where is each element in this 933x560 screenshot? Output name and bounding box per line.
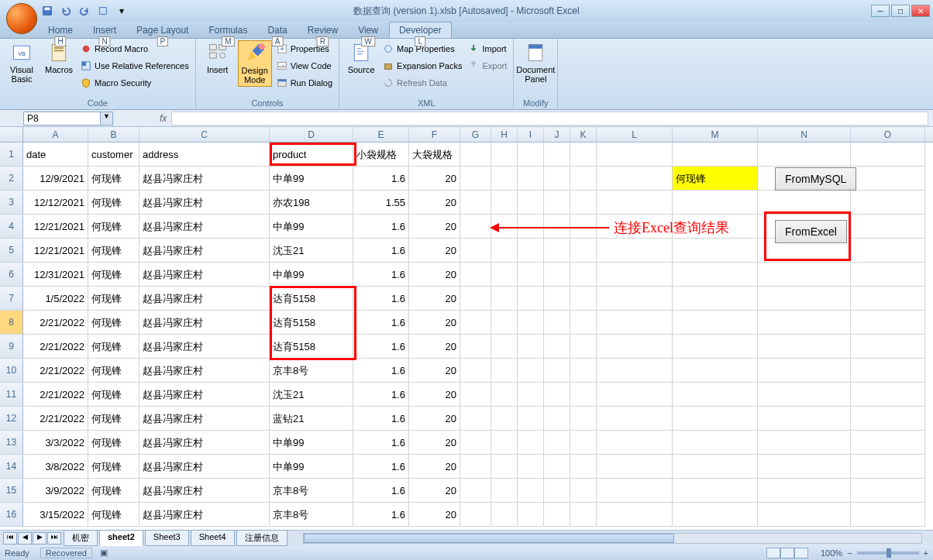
- from-excel-button[interactable]: FromExcel: [775, 220, 847, 243]
- cell[interactable]: 何现锋: [88, 383, 139, 407]
- cell[interactable]: [758, 503, 851, 527]
- cell[interactable]: [491, 503, 518, 527]
- cell[interactable]: 赵县冯家庄村: [139, 335, 270, 359]
- cell[interactable]: 何现锋: [88, 239, 139, 263]
- cell[interactable]: [518, 455, 544, 479]
- column-header[interactable]: C: [139, 127, 270, 142]
- sheet-nav-prev[interactable]: ◀: [18, 532, 32, 545]
- cell[interactable]: 中单99: [270, 263, 353, 287]
- cell[interactable]: [758, 287, 851, 311]
- cell[interactable]: 20: [409, 263, 460, 287]
- export-button[interactable]: Export: [466, 57, 508, 74]
- cell[interactable]: 20: [409, 191, 460, 215]
- cell[interactable]: [544, 287, 570, 311]
- cell[interactable]: 1.6: [353, 311, 409, 335]
- cell[interactable]: 3/9/2022: [23, 479, 88, 503]
- cell[interactable]: [851, 503, 925, 527]
- cell[interactable]: 1.6: [353, 479, 409, 503]
- cell[interactable]: [570, 455, 597, 479]
- cell[interactable]: 京丰8号: [270, 359, 353, 383]
- cell[interactable]: [597, 359, 673, 383]
- import-button[interactable]: Import: [466, 40, 508, 57]
- cell[interactable]: 20: [409, 455, 460, 479]
- row-header[interactable]: 4: [0, 215, 23, 239]
- expansion-packs-button[interactable]: Expansion Packs: [381, 57, 463, 74]
- cell[interactable]: [518, 191, 544, 215]
- cell[interactable]: 何现锋: [88, 503, 139, 527]
- view-pagebreak-button[interactable]: [794, 548, 808, 558]
- cell[interactable]: 1.6: [353, 383, 409, 407]
- column-header[interactable]: O: [851, 127, 925, 142]
- cell[interactable]: [597, 239, 673, 263]
- row-header[interactable]: 1: [0, 143, 23, 167]
- zoom-out-button[interactable]: −: [847, 548, 852, 558]
- name-box-dropdown[interactable]: ▼: [101, 112, 113, 125]
- cell[interactable]: 2/21/2022: [23, 311, 88, 335]
- name-box[interactable]: P8: [23, 112, 101, 125]
- cell[interactable]: 1.6: [353, 167, 409, 191]
- cell[interactable]: [518, 167, 544, 191]
- tab-page-layout[interactable]: Page LayoutP: [127, 22, 198, 38]
- column-header[interactable]: G: [460, 127, 491, 142]
- cell[interactable]: [851, 479, 925, 503]
- cell[interactable]: 20: [409, 167, 460, 191]
- cell[interactable]: 赵县冯家庄村: [139, 359, 270, 383]
- zoom-in-button[interactable]: +: [924, 548, 928, 558]
- cell[interactable]: 何现锋: [88, 431, 139, 455]
- cell[interactable]: [758, 191, 851, 215]
- cell[interactable]: 1.6: [353, 239, 409, 263]
- cell[interactable]: [491, 407, 518, 431]
- cell[interactable]: [673, 479, 758, 503]
- cell[interactable]: 何现锋: [88, 407, 139, 431]
- cell[interactable]: 中单99: [270, 167, 353, 191]
- cell[interactable]: [518, 335, 544, 359]
- cell[interactable]: [673, 191, 758, 215]
- cell[interactable]: 2/21/2022: [23, 335, 88, 359]
- close-button[interactable]: ✕: [911, 5, 930, 17]
- sheet-tab[interactable]: Sheet4: [191, 530, 235, 546]
- design-mode-button[interactable]: Design Mode: [238, 40, 272, 87]
- cell[interactable]: [597, 479, 673, 503]
- view-layout-button[interactable]: [780, 548, 794, 558]
- cell[interactable]: [673, 287, 758, 311]
- column-header[interactable]: M: [673, 127, 758, 142]
- cell[interactable]: [851, 335, 925, 359]
- cell[interactable]: [597, 191, 673, 215]
- cell[interactable]: [518, 311, 544, 335]
- cell[interactable]: [518, 239, 544, 263]
- qat-item[interactable]: [95, 2, 112, 19]
- cell[interactable]: [544, 167, 570, 191]
- cell[interactable]: [597, 455, 673, 479]
- spreadsheet-grid[interactable]: ABCDEFGHIJKLMNO 1datecustomeraddressprod…: [0, 127, 933, 530]
- cell[interactable]: [570, 239, 597, 263]
- row-header[interactable]: 15: [0, 479, 23, 503]
- cell[interactable]: 赵县冯家庄村: [139, 311, 270, 335]
- cell[interactable]: 20: [409, 503, 460, 527]
- cell[interactable]: [518, 503, 544, 527]
- row-header[interactable]: 8: [0, 311, 23, 335]
- cell[interactable]: [544, 359, 570, 383]
- cell[interactable]: [570, 287, 597, 311]
- cell[interactable]: [491, 431, 518, 455]
- cell[interactable]: [544, 431, 570, 455]
- cell[interactable]: 何现锋: [88, 455, 139, 479]
- cell[interactable]: [544, 503, 570, 527]
- cell[interactable]: [460, 311, 491, 335]
- cell[interactable]: [597, 143, 673, 167]
- cell[interactable]: 12/12/2021: [23, 191, 88, 215]
- cell[interactable]: 20: [409, 215, 460, 239]
- cell[interactable]: 大袋规格: [409, 143, 460, 167]
- cell[interactable]: [851, 359, 925, 383]
- cell[interactable]: 赵县冯家庄村: [139, 215, 270, 239]
- cell[interactable]: 小袋规格: [353, 143, 409, 167]
- cell[interactable]: 20: [409, 335, 460, 359]
- cell[interactable]: [570, 143, 597, 167]
- cell[interactable]: 20: [409, 431, 460, 455]
- document-panel-button[interactable]: Document Panel: [518, 40, 553, 85]
- cell[interactable]: 蓝钻21: [270, 407, 353, 431]
- cell[interactable]: address: [139, 143, 270, 167]
- zoom-slider[interactable]: [857, 551, 919, 555]
- cell[interactable]: [491, 359, 518, 383]
- cell[interactable]: 赵县冯家庄村: [139, 287, 270, 311]
- cell[interactable]: [758, 479, 851, 503]
